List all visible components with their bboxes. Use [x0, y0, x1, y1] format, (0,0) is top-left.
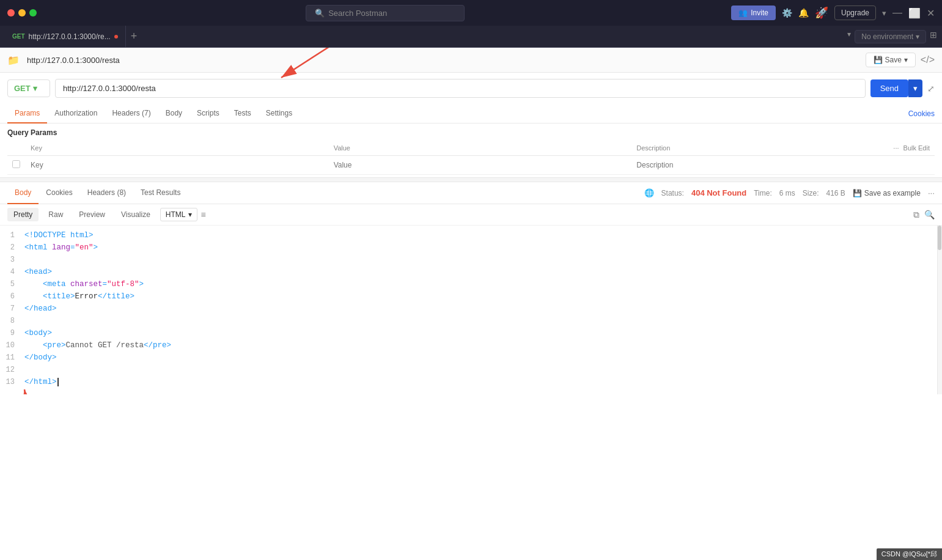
invite-button[interactable]: 👥 Invite — [731, 6, 776, 20]
tab-body[interactable]: Body — [158, 104, 190, 123]
save-icon: 💾 — [874, 56, 883, 64]
header-actions: 💾 Save ▾ </> — [866, 53, 935, 67]
settings-icon[interactable]: ⚙️ — [782, 8, 792, 18]
indent-button[interactable]: ≡ — [201, 210, 206, 219]
line-content-5: <meta charset="utf-8"> — [24, 280, 942, 289]
param-key-cell[interactable] — [26, 156, 329, 175]
titlebar: 🔍 Search Postman 👥 Invite ⚙️ 🔔 🚀 Upgrade… — [0, 0, 942, 26]
svg-line-3 — [24, 389, 31, 394]
close-icon[interactable]: ✕ — [927, 7, 935, 19]
expand-button[interactable]: ⤢ — [927, 84, 935, 94]
resp-tab-cookies[interactable]: Cookies — [39, 182, 79, 204]
more-params-icon[interactable]: ··· — [893, 144, 899, 152]
save-example-button[interactable]: 💾 Save as example — [853, 189, 921, 197]
scrollbar-thumb[interactable] — [938, 226, 941, 250]
notification-icon[interactable]: 🔔 — [798, 8, 809, 18]
send-dropdown-button[interactable]: ▾ — [908, 79, 922, 97]
maximize-window-icon[interactable] — [29, 9, 37, 17]
bulk-edit-button[interactable]: Bulk Edit — [903, 144, 930, 152]
restore-icon[interactable]: ⬜ — [908, 7, 921, 19]
line-content-11: </body> — [24, 353, 942, 362]
section-divider — [0, 177, 942, 182]
copy-button[interactable]: ⧉ — [913, 210, 919, 220]
response-area: Body Cookies Headers (8) Test Results 🌐 … — [0, 182, 942, 394]
search-code-button[interactable]: 🔍 — [924, 210, 935, 220]
code-wrapper: 1 <!DOCTYPE html> 2 <html lang="en"> 3 4… — [0, 226, 942, 394]
scrollbar-track[interactable] — [937, 226, 942, 394]
main-container: 📁 http://127.0.0.1:3000/resta 💾 Save ▾ <… — [0, 48, 942, 560]
desc-col-header: Description — [631, 141, 778, 156]
param-value-cell[interactable] — [329, 156, 632, 175]
time-value: 6 ms — [779, 189, 795, 197]
fmt-tab-pretty[interactable]: Pretty — [7, 208, 39, 221]
search-icon: 🔍 — [315, 9, 325, 18]
param-desc-input[interactable] — [636, 160, 930, 171]
fmt-tab-raw[interactable]: Raw — [42, 208, 69, 221]
resp-tab-body[interactable]: Body — [7, 182, 39, 204]
environment-selector[interactable]: No environment ▾ — [855, 30, 926, 43]
line-content-2: <html lang="en"> — [24, 243, 942, 252]
tabs-bar: GET http://127.0.0.1:3000/re... + ▾ No e… — [0, 26, 942, 48]
line-content-7: </head> — [24, 304, 942, 313]
param-checkbox[interactable] — [12, 160, 20, 168]
tab-url: http://127.0.0.1:3000/re... — [29, 32, 111, 41]
format-bar: Pretty Raw Preview Visualize HTML ▾ ≡ ⧉ … — [0, 204, 942, 226]
tab-modified-dot — [114, 35, 118, 39]
invite-label: Invite — [751, 9, 768, 17]
env-settings-icon[interactable]: ⊞ — [930, 30, 937, 43]
code-button[interactable]: </> — [921, 53, 935, 67]
globe-icon: 🌐 — [644, 188, 654, 197]
method-chevron-icon: ▾ — [33, 84, 37, 93]
window-controls — [7, 9, 37, 17]
line-content-10: <pre>Cannot GET /resta</pre> — [24, 341, 942, 350]
url-input[interactable] — [55, 79, 866, 98]
collection-icon: 📁 — [7, 54, 20, 66]
line-number-1: 1 — [0, 231, 24, 240]
code-line-4: 4 <head> — [0, 267, 942, 279]
code-line-6: 6 <title>Error</title> — [0, 292, 942, 304]
check-col-header — [7, 141, 26, 156]
bottom-bar: CSDN @IQSω[*邱 — [877, 548, 942, 560]
param-key-input[interactable] — [31, 160, 324, 171]
line-content-1: <!DOCTYPE html> — [24, 231, 942, 240]
no-environment-label: No environment — [861, 32, 913, 41]
tab-headers[interactable]: Headers (7) — [105, 104, 158, 123]
search-bar[interactable]: 🔍 Search Postman — [306, 5, 465, 21]
format-type-selector[interactable]: HTML ▾ — [160, 208, 197, 221]
request-header: 📁 http://127.0.0.1:3000/resta 💾 Save ▾ <… — [0, 48, 942, 73]
upgrade-chevron-icon[interactable]: ▾ — [882, 9, 886, 18]
code-line-3: 3 — [0, 255, 942, 267]
method-selector[interactable]: GET ▾ — [7, 79, 50, 97]
fmt-tab-visualize[interactable]: Visualize — [115, 208, 156, 221]
code-line-2: 2 <html lang="en"> — [0, 243, 942, 255]
fmt-tab-preview[interactable]: Preview — [73, 208, 111, 221]
minimize-icon[interactable]: — — [892, 7, 902, 18]
bottom-label: CSDN @IQSω[*邱 — [881, 550, 937, 558]
cookies-link[interactable]: Cookies — [908, 109, 935, 118]
minimize-window-icon[interactable] — [18, 9, 26, 17]
postman-icon[interactable]: 🚀 — [815, 6, 828, 20]
send-button[interactable]: Send — [870, 79, 908, 97]
tab-params[interactable]: Params — [7, 104, 47, 123]
tab-authorization[interactable]: Authorization — [47, 104, 105, 123]
tab-scripts[interactable]: Scripts — [190, 104, 227, 123]
params-table: Key Value Description ··· Bulk Edit — [7, 141, 935, 175]
tab-chevron-icon[interactable]: ▾ — [847, 30, 851, 43]
save-button[interactable]: 💾 Save ▾ — [866, 53, 916, 67]
time-label: Time: — [754, 189, 772, 197]
request-tab[interactable]: GET http://127.0.0.1:3000/re... — [5, 26, 126, 48]
param-value-input[interactable] — [334, 160, 627, 171]
new-tab-button[interactable]: + — [126, 30, 142, 43]
resp-tab-test-results[interactable]: Test Results — [133, 182, 188, 204]
upgrade-button[interactable]: Upgrade — [834, 6, 876, 20]
code-line-10: 10 <pre>Cannot GET /resta</pre> — [0, 341, 942, 353]
query-params-section: Query Params Key Value Description ··· B… — [0, 123, 942, 177]
close-window-icon[interactable] — [7, 9, 15, 17]
tab-tests[interactable]: Tests — [227, 104, 259, 123]
tab-settings[interactable]: Settings — [259, 104, 300, 123]
line-content-6: <title>Error</title> — [24, 292, 942, 301]
param-desc-cell[interactable] — [631, 156, 935, 175]
tab-actions: ▾ No environment ▾ ⊞ — [847, 30, 937, 43]
more-response-button[interactable]: ··· — [928, 188, 935, 197]
resp-tab-headers[interactable]: Headers (8) — [80, 182, 133, 204]
